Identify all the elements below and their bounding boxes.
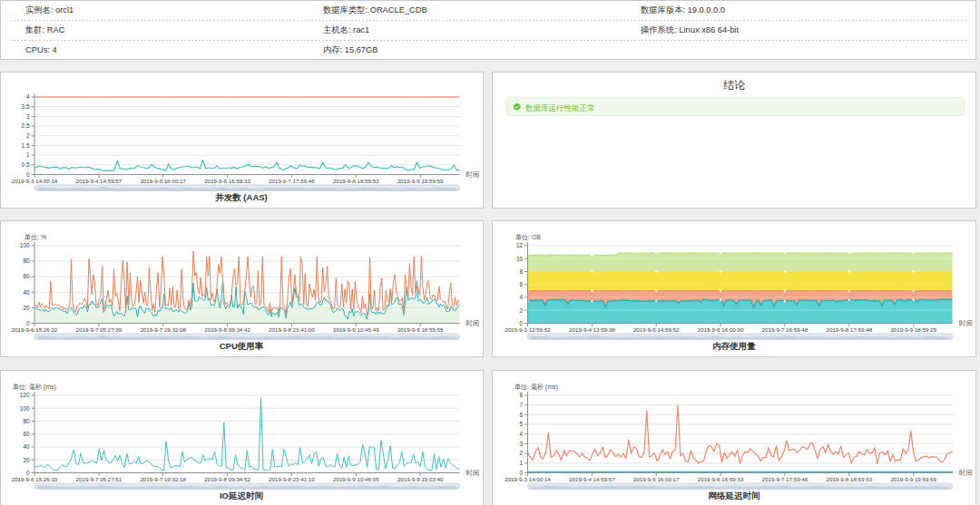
svg-text:2019-9-8 09:34:52: 2019-9-8 09:34:52 — [204, 476, 250, 482]
svg-text:60: 60 — [23, 273, 30, 279]
svg-text:内存使用量: 内存使用量 — [712, 341, 756, 351]
svg-text:6: 6 — [519, 281, 523, 287]
svg-text:2019-9-3 14:00:14: 2019-9-3 14:00:14 — [12, 178, 58, 184]
svg-text:0: 0 — [26, 320, 30, 326]
svg-text:3: 3 — [26, 113, 30, 120]
svg-text:2019-9-5 14:59:52: 2019-9-5 14:59:52 — [633, 326, 680, 333]
svg-text:2019-9-4 14:59:57: 2019-9-4 14:59:57 — [76, 178, 122, 184]
svg-text:0: 0 — [519, 320, 523, 326]
svg-text:2019-9-8 23:41:00: 2019-9-8 23:41:00 — [269, 326, 315, 333]
svg-text:时间: 时间 — [959, 319, 973, 327]
svg-text:0: 0 — [26, 171, 30, 178]
svg-text:3.5: 3.5 — [22, 103, 30, 110]
svg-text:2019-9-6 16:59:33: 2019-9-6 16:59:33 — [204, 178, 250, 184]
svg-text:2019-9-8 17:59:48: 2019-9-8 17:59:48 — [827, 326, 873, 333]
svg-text:4: 4 — [519, 294, 523, 300]
svg-text:2: 2 — [519, 307, 523, 314]
svg-text:40: 40 — [23, 289, 30, 296]
svg-text:2019-9-6 15:26:22: 2019-9-6 15:26:22 — [12, 326, 58, 333]
svg-text:单位: 毫秒 (ms): 单位: 毫秒 (ms) — [514, 384, 558, 391]
svg-text:2019-9-8 18:59:53: 2019-9-8 18:59:53 — [827, 476, 873, 482]
svg-text:120: 120 — [20, 392, 30, 398]
svg-text:2019-9-3 12:59:52: 2019-9-3 12:59:52 — [505, 326, 551, 333]
svg-text:2019-9-7 16:59:48: 2019-9-7 16:59:48 — [762, 326, 808, 333]
svg-text:2019-9-4 13:59:38: 2019-9-4 13:59:38 — [569, 326, 615, 333]
svg-text:7: 7 — [519, 402, 523, 408]
svg-text:2019-9-5 16:00:17: 2019-9-5 16:00:17 — [140, 178, 186, 184]
svg-text:时间: 时间 — [466, 319, 480, 327]
svg-text:2019-9-7 19:32:18: 2019-9-7 19:32:18 — [140, 476, 186, 482]
svg-text:IO延迟时间: IO延迟时间 — [220, 490, 263, 500]
svg-text:2019-9-8 18:59:53: 2019-9-8 18:59:53 — [333, 178, 379, 184]
svg-text:并发数 (AAS): 并发数 (AAS) — [214, 192, 268, 202]
svg-text:2019-9-7 17:59:46: 2019-9-7 17:59:46 — [762, 476, 808, 482]
svg-text:2019-9-5 16:00:17: 2019-9-5 16:00:17 — [633, 476, 680, 482]
svg-text:2019-9-7 05:27:39: 2019-9-7 05:27:39 — [76, 326, 122, 333]
svg-text:2019-9-9 10:46:05: 2019-9-9 10:46:05 — [333, 476, 379, 482]
svg-text:10: 10 — [516, 256, 524, 262]
svg-text:100: 100 — [20, 405, 30, 412]
svg-text:2019-9-9 19:03:40: 2019-9-9 19:03:40 — [397, 476, 444, 482]
svg-text:6: 6 — [519, 412, 523, 418]
svg-text:80: 80 — [23, 418, 30, 424]
svg-text:2019-9-9 19:59:59: 2019-9-9 19:59:59 — [890, 476, 936, 482]
svg-text:2019-9-6 15:26:33: 2019-9-6 15:26:33 — [12, 476, 58, 482]
svg-text:2019-9-7 19:32:08: 2019-9-7 19:32:08 — [140, 326, 186, 333]
svg-text:2019-9-8 09:34:42: 2019-9-8 09:34:42 — [204, 326, 250, 333]
svg-text:单位: GB: 单位: GB — [515, 234, 541, 240]
svg-text:时间: 时间 — [466, 469, 480, 477]
svg-text:CPU使用率: CPU使用率 — [220, 341, 264, 351]
svg-text:1.5: 1.5 — [22, 142, 30, 149]
svg-text:单位: %: 单位: % — [24, 234, 46, 240]
svg-text:3: 3 — [519, 441, 523, 447]
svg-text:时间: 时间 — [959, 469, 973, 477]
svg-text:20: 20 — [23, 457, 30, 463]
svg-text:网络延迟时间: 网络延迟时间 — [709, 490, 760, 500]
svg-text:4: 4 — [519, 431, 523, 437]
svg-text:2019-9-9 18:55:55: 2019-9-9 18:55:55 — [397, 326, 444, 333]
svg-text:0: 0 — [519, 470, 523, 476]
svg-text:80: 80 — [23, 257, 30, 264]
svg-text:2019-9-6 16:00:00: 2019-9-6 16:00:00 — [698, 326, 744, 333]
svg-text:2019-9-9 19:59:59: 2019-9-9 19:59:59 — [397, 178, 444, 184]
svg-text:40: 40 — [23, 443, 30, 450]
svg-text:20: 20 — [23, 305, 30, 311]
svg-text:2: 2 — [26, 132, 30, 139]
svg-text:2: 2 — [519, 450, 523, 456]
svg-text:单位: 毫秒 (ms): 单位: 毫秒 (ms) — [13, 384, 56, 391]
svg-text:4: 4 — [26, 93, 30, 100]
svg-text:2019-9-7 05:27:51: 2019-9-7 05:27:51 — [76, 476, 122, 482]
svg-text:100: 100 — [20, 242, 30, 248]
svg-text:2019-9-8 23:41:10: 2019-9-8 23:41:10 — [269, 476, 315, 482]
svg-text:2.5: 2.5 — [22, 122, 30, 129]
svg-text:2019-9-9 10:45:49: 2019-9-9 10:45:49 — [333, 326, 379, 333]
svg-text:60: 60 — [23, 431, 30, 437]
svg-text:12: 12 — [516, 242, 524, 248]
svg-text:1: 1 — [26, 151, 30, 158]
svg-text:5: 5 — [519, 421, 523, 427]
svg-text:2019-9-7 17:59:46: 2019-9-7 17:59:46 — [269, 178, 315, 184]
svg-text:8: 8 — [519, 268, 523, 275]
svg-text:时间: 时间 — [466, 170, 480, 179]
svg-text:1: 1 — [519, 460, 523, 466]
svg-text:0.5: 0.5 — [22, 161, 30, 168]
svg-text:2019-9-3 14:00:14: 2019-9-3 14:00:14 — [505, 476, 551, 482]
svg-text:2019-9-9 18:59:29: 2019-9-9 18:59:29 — [890, 326, 936, 333]
svg-text:0: 0 — [26, 470, 30, 476]
svg-text:8: 8 — [519, 392, 523, 398]
svg-text:2019-9-4 14:59:57: 2019-9-4 14:59:57 — [569, 476, 615, 482]
svg-text:2019-9-6 16:59:33: 2019-9-6 16:59:33 — [698, 476, 744, 482]
